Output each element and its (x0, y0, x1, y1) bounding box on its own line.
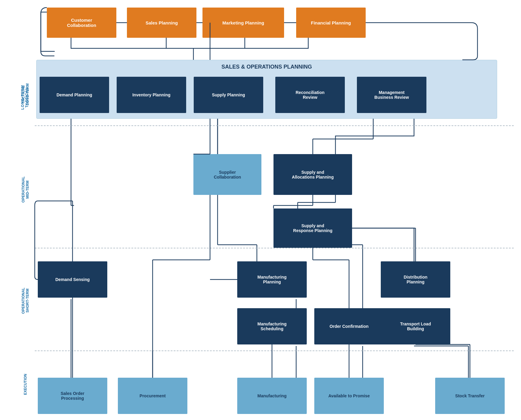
diagram-container: LONG-TERMTACTICAL LONG-TERM TACTICAL MID… (18, 6, 514, 417)
dashed-line-1 (35, 125, 514, 126)
transport-load-building-label: Transport Load Building (400, 321, 431, 331)
manufacturing-exec-label: Manufacturing (257, 393, 286, 398)
stock-transfer-label: Stock Transfer (455, 393, 484, 398)
supply-planning-box: Supply Planning (194, 77, 263, 113)
sales-planning-box: Sales Planning (127, 8, 196, 38)
manufacturing-scheduling-label: Manufacturing Scheduling (257, 321, 286, 331)
manufacturing-scheduling-box: Manufacturing Scheduling (237, 308, 307, 344)
marketing-planning-label: Marketing Planning (222, 20, 264, 25)
financial-planning-box: Financial Planning (296, 8, 366, 38)
demand-sensing-label: Demand Sensing (55, 277, 90, 282)
inventory-planning-label: Inventory Planning (132, 92, 170, 97)
distribution-planning-box: Distribution Planning (381, 261, 450, 298)
marketing-planning-box: Marketing Planning (202, 8, 284, 38)
supply-allocations-label: Supply and Allocations Planning (292, 170, 334, 179)
available-to-promise-box: Available to Promise (314, 378, 384, 414)
label-long-term: LONG-TERM TACTICAL (21, 83, 30, 105)
reconciliation-review-label: Reconciliation Review (296, 90, 325, 100)
supplier-collaboration-label: Supplier Collaboration (214, 170, 241, 179)
label-mid-term: MID-TERM OPERATIONAL (21, 176, 30, 202)
management-business-review-box: Management Business Review (357, 77, 426, 113)
sales-order-processing-box: Sales Order Processing (38, 378, 107, 414)
supply-response-box: Supply and Response Planning (273, 208, 352, 248)
procurement-box: Procurement (118, 378, 187, 414)
supply-response-label: Supply and Response Planning (293, 223, 332, 233)
demand-planning-label: Demand Planning (57, 92, 92, 97)
sales-order-processing-label: Sales Order Processing (61, 391, 85, 401)
demand-planning-box: Demand Planning (40, 77, 109, 113)
procurement-label: Procurement (140, 393, 166, 398)
manufacturing-exec-box: Manufacturing (237, 378, 307, 414)
financial-planning-label: Financial Planning (311, 20, 351, 25)
supply-allocations-box: Supply and Allocations Planning (273, 154, 352, 195)
supply-planning-label: Supply Planning (212, 92, 245, 97)
transport-load-building-box: Transport Load Building (381, 308, 450, 344)
dashed-line-3 (35, 351, 514, 351)
reconciliation-review-box: Reconciliation Review (275, 77, 345, 113)
customer-collaboration-label: Customer Collaboration (67, 18, 96, 28)
distribution-planning-label: Distribution Planning (404, 275, 428, 284)
sales-planning-label: Sales Planning (146, 20, 178, 25)
supplier-collaboration-box: Supplier Collaboration (193, 154, 261, 195)
demand-sensing-box: Demand Sensing (38, 261, 107, 298)
order-confirmation-label: Order Confirmation (329, 324, 368, 329)
sop-section: SALES & OPERATIONS PLANNING Demand Plann… (36, 60, 497, 119)
manufacturing-planning-box: Manufacturing Planning (237, 261, 307, 298)
dashed-line-2 (35, 248, 514, 248)
available-to-promise-label: Available to Promise (328, 393, 370, 398)
manufacturing-planning-label: Manufacturing Planning (257, 275, 286, 284)
stock-transfer-box: Stock Transfer (435, 378, 505, 414)
customer-collaboration-box: Customer Collaboration (47, 8, 116, 38)
inventory-planning-box: Inventory Planning (117, 77, 186, 113)
order-confirmation-box: Order Confirmation (314, 308, 384, 344)
management-business-review-label: Management Business Review (374, 90, 409, 100)
label-short-term: SHORT-TERM OPERATIONAL (21, 288, 30, 314)
sop-title: SALES & OPERATIONS PLANNING (37, 64, 497, 70)
label-execution: EXECUTION (23, 374, 28, 395)
